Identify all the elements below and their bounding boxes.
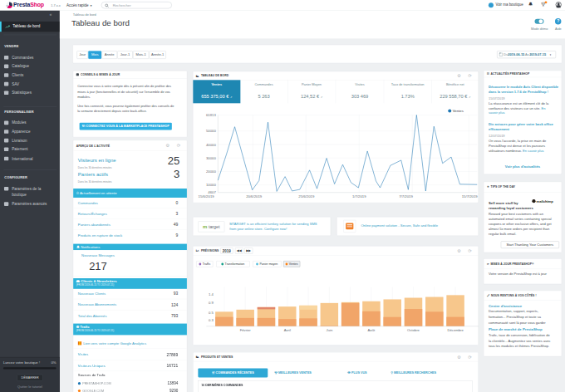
svg-text:20/6/2019: 20/6/2019 — [246, 194, 263, 198]
svg-text:Août: Août — [368, 328, 376, 332]
svg-text:Juin: Juin — [327, 328, 333, 332]
svg-text:50000: 50000 — [206, 129, 217, 133]
svg-text:25/6/2019: 25/6/2019 — [298, 194, 315, 198]
svg-text:Avril: Avril — [284, 328, 291, 332]
svg-text:Ventes: Ventes — [453, 109, 464, 113]
svg-text:1/7/2019: 1/7/2019 — [352, 194, 366, 198]
svg-text:1.4: 1.4 — [209, 292, 214, 296]
svg-text:Décembre: Décembre — [447, 328, 464, 332]
svg-text:30000: 30000 — [206, 156, 217, 160]
svg-text:0.5: 0.5 — [209, 311, 214, 315]
svg-text:61813: 61813 — [206, 113, 217, 117]
svg-text:15/6/2019: 15/6/2019 — [199, 194, 215, 198]
svg-text:7/7/2019: 7/7/2019 — [399, 194, 413, 198]
svg-text:Février: Février — [240, 328, 252, 332]
svg-text:15/7/2019: 15/7/2019 — [462, 194, 479, 198]
svg-text:20000: 20000 — [206, 169, 217, 174]
svg-text:40000: 40000 — [206, 142, 217, 146]
svg-text:Octobre: Octobre — [407, 328, 420, 332]
svg-text:0.3: 0.3 — [209, 318, 214, 322]
svg-text:10000: 10000 — [206, 183, 217, 187]
svg-text:0.9: 0.9 — [209, 301, 214, 305]
